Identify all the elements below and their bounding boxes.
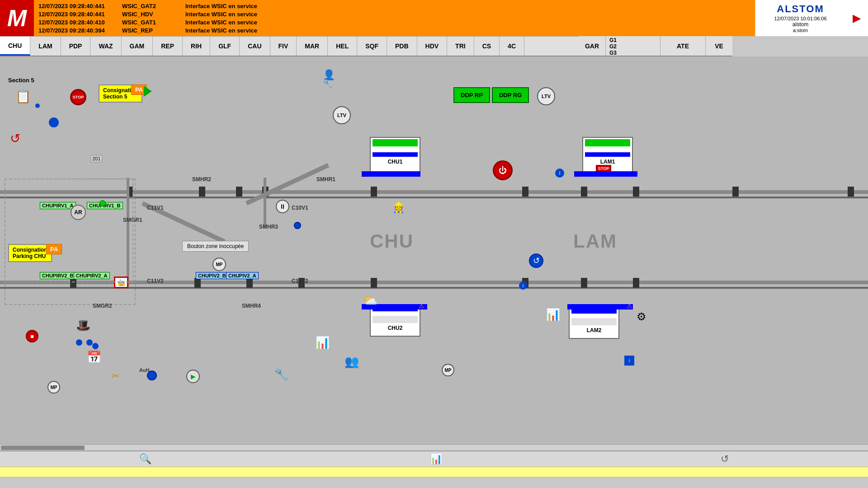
nav-item-cs[interactable]: CS bbox=[474, 37, 500, 56]
mp-circle-center[interactable]: MP bbox=[212, 258, 226, 271]
ar-circle[interactable]: AR bbox=[71, 205, 86, 220]
nav-item-rih[interactable]: RIH bbox=[183, 37, 210, 56]
chupirv1a-label[interactable]: CHUPIRV1_A bbox=[40, 202, 76, 209]
track-marker-u10 bbox=[848, 187, 854, 197]
alert-msg-3: Interface WSIC en service bbox=[185, 19, 257, 26]
chupirv2b-label[interactable]: CHUPIRV2_B bbox=[40, 272, 76, 279]
nav-item-hel[interactable]: HEL bbox=[328, 37, 357, 56]
scrollbar-area[interactable] bbox=[0, 444, 868, 450]
play-btn-bottom[interactable]: ▶ bbox=[186, 370, 200, 383]
nav-item-ve[interactable]: VE bbox=[715, 42, 723, 50]
bouton-zone[interactable]: Bouton zone inoccupée bbox=[182, 241, 249, 252]
blue-dots-group bbox=[76, 339, 99, 349]
consign-parking-box[interactable]: Consignation Parking CHU bbox=[8, 244, 52, 262]
nav-item-4c[interactable]: 4C bbox=[500, 37, 524, 56]
bottom-toolbar: 🔍 📊 ↺ bbox=[0, 450, 868, 467]
search-btn[interactable]: 🔍 bbox=[139, 453, 151, 465]
ddp-rg-btn[interactable]: DDP RG bbox=[492, 87, 529, 103]
info-circle-lam1[interactable]: i bbox=[555, 169, 564, 178]
track-marker-l2 bbox=[194, 278, 201, 288]
nav-item-gam[interactable]: GAM bbox=[122, 37, 153, 56]
info-circle-right[interactable]: i bbox=[519, 282, 527, 290]
chart-btn-bottom[interactable]: 📊 bbox=[430, 453, 442, 465]
mp-circle-bottom-left[interactable]: MP bbox=[47, 381, 60, 394]
chupirv2a-label[interactable]: CHUPIRV2_A bbox=[74, 272, 110, 279]
play-arrow[interactable] bbox=[144, 86, 152, 97]
track-diag-right bbox=[245, 163, 329, 206]
alert-code-2: WSIC_HDV bbox=[122, 11, 176, 18]
track-lower-1 bbox=[0, 281, 868, 284]
mp-circle-bottom-right[interactable]: MP bbox=[442, 364, 454, 376]
nav-item-ate[interactable]: ATE bbox=[677, 42, 689, 50]
nav-item-glf[interactable]: GLF bbox=[210, 37, 240, 56]
navbar: CHU LAM PDP WAZ GAM REP RIH GLF CAU FIV … bbox=[0, 36, 579, 56]
nav-item-waz[interactable]: WAZ bbox=[90, 37, 121, 56]
alert-code-1: WSIC_GAT2 bbox=[122, 3, 176, 9]
worker-icon: 👷 bbox=[392, 202, 405, 214]
nav-item-mar[interactable]: MAR bbox=[297, 37, 328, 56]
track-marker-u3 bbox=[236, 187, 242, 197]
refresh-btn-bottom[interactable]: ↺ bbox=[721, 453, 729, 465]
nav-item-lam[interactable]: LAM bbox=[30, 37, 61, 56]
right-nav-g2[interactable]: G2 bbox=[609, 43, 656, 50]
nav-item-rep[interactable]: REP bbox=[153, 37, 183, 56]
blue-dot-track bbox=[294, 222, 301, 229]
ltv-circle-center[interactable]: LTV bbox=[333, 106, 351, 124]
track-marker-u9 bbox=[732, 187, 739, 197]
train-icon[interactable]: 🚋 bbox=[114, 277, 128, 288]
blue-sq-icon[interactable]: i bbox=[624, 356, 634, 366]
smgr1-label: SMGR1 bbox=[123, 217, 142, 223]
power-button[interactable]: ⏻ bbox=[493, 160, 513, 180]
undo-icon[interactable]: ↺ bbox=[10, 131, 20, 146]
right-nav-g1[interactable]: G1 bbox=[609, 37, 656, 43]
doc-icon[interactable]: 📋 bbox=[15, 89, 31, 104]
metro-logo: M bbox=[7, 5, 27, 32]
blue-dot-large bbox=[49, 117, 59, 127]
alstom-user: alstom bbox=[793, 21, 808, 28]
nav-item-pdp[interactable]: PDP bbox=[61, 37, 91, 56]
pause-circle[interactable]: ⏸ bbox=[276, 200, 289, 213]
nav-arrows[interactable]: ▶ bbox=[845, 0, 868, 36]
c10v1-label: C10V1 bbox=[292, 205, 308, 211]
c11v1-label: C11V1 bbox=[147, 205, 164, 211]
chart-icon-lam2-area[interactable]: 📊 bbox=[546, 308, 560, 322]
track-marker-l3 bbox=[246, 278, 253, 288]
warn-tri-lam2: ⚠ bbox=[627, 302, 632, 310]
stop-sign[interactable]: STOP bbox=[70, 89, 86, 105]
alert-time-1: 12/07/2023 09:28:40:441 bbox=[38, 3, 113, 9]
blue-dot-small bbox=[35, 103, 40, 108]
ltv-circle-right[interactable]: LTV bbox=[537, 87, 555, 105]
nav-item-cau[interactable]: CAU bbox=[240, 37, 270, 56]
lam2-label: LAM2 bbox=[570, 326, 618, 333]
nav-item-sqf[interactable]: SQF bbox=[357, 37, 387, 56]
red-stop-circle[interactable]: ⏹ bbox=[26, 330, 38, 343]
ddp-rp-btn[interactable]: DDP RP bbox=[453, 87, 490, 103]
alert-time-3: 12/07/2023 09:28:40:410 bbox=[38, 19, 113, 26]
nav-item-pdb[interactable]: PDB bbox=[387, 37, 417, 56]
chart-icon-chu2[interactable]: 📊 bbox=[315, 336, 330, 350]
blue-refresh-right[interactable]: ↺ bbox=[529, 253, 543, 268]
right-nav-g3[interactable]: G3 bbox=[609, 50, 656, 56]
blue-dot-bottom bbox=[147, 371, 157, 380]
chu1-blue-bar bbox=[362, 171, 420, 177]
nav-item-tri[interactable]: TRI bbox=[447, 37, 474, 56]
consign-parking-pa[interactable]: PA bbox=[46, 244, 62, 254]
chupiv2b-label[interactable]: CHUPIV2_B bbox=[196, 272, 228, 279]
alstom-area: ALSTOM 12/07/2023 10:01:06:06 alstom a:s… bbox=[755, 0, 845, 36]
status-bar bbox=[0, 467, 868, 477]
alert-row-1: 12/07/2023 09:28:40:441 WSIC_GAT2 Interf… bbox=[38, 3, 750, 9]
nav-item-chu[interactable]: CHU bbox=[0, 37, 30, 56]
nav-item-gar[interactable]: GAR bbox=[585, 42, 599, 50]
nav-item-hdv[interactable]: HDV bbox=[417, 37, 448, 56]
calendar-icon[interactable]: 📅 bbox=[87, 350, 101, 364]
settings-icon-lam2[interactable]: ⚙ bbox=[637, 310, 646, 323]
track-marker-l8 bbox=[633, 278, 639, 288]
chupiv2a-label[interactable]: CHUPIV2_A bbox=[226, 272, 259, 279]
nav-item-fiv[interactable]: FIV bbox=[270, 37, 297, 56]
ddp-buttons[interactable]: DDP RP DDP RG bbox=[453, 87, 529, 103]
tools-icon-top: 🔧 bbox=[323, 79, 333, 89]
person-group-icon[interactable]: 👥 bbox=[344, 355, 359, 369]
track-v2 bbox=[264, 178, 266, 227]
track-marker-u2 bbox=[199, 187, 205, 197]
component-small: 201 bbox=[90, 155, 102, 162]
